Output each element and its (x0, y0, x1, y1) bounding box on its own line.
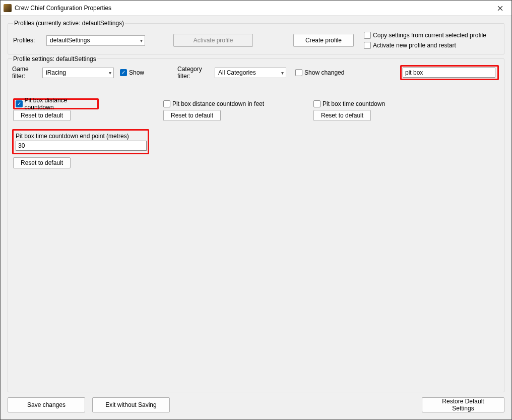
setting-pit-box-time-countdown-end-point: Pit box time countdown end point (metres… (12, 129, 162, 176)
restore-defaults-button[interactable]: Restore Default Settings (422, 397, 504, 412)
footer-bar: Save changes Exit without Saving Restore… (8, 392, 504, 412)
content-area: Profiles (currently active: defaultSetti… (1, 16, 511, 419)
pit-box-distance-countdown-checkbox[interactable]: ✓ Pit box distance countdown (16, 97, 95, 111)
category-filter-select[interactable]: All Categories ▾ (215, 68, 286, 78)
setting-label: Pit box distance countdown in feet (172, 100, 264, 107)
checkbox-box: ✓ (16, 100, 23, 107)
checkbox-box (295, 69, 302, 76)
settings-group: Profile settings: defaultSettings Game f… (8, 58, 504, 392)
show-changed-label: Show changed (304, 69, 344, 76)
chevron-down-icon: ▾ (281, 70, 284, 76)
game-filter-value: iRacing (46, 69, 66, 76)
activate-restart-label: Activate new profile and restart (373, 42, 456, 49)
category-filter-value: All Categories (218, 69, 256, 76)
setting-label: Pit box distance countdown (25, 97, 95, 111)
show-checkbox[interactable]: ✓ Show (120, 69, 144, 76)
checkbox-box (364, 32, 371, 39)
profiles-label: Profiles: (13, 37, 37, 44)
setting-label: Pit box time countdown (323, 100, 385, 107)
activate-restart-checkbox[interactable]: Activate new profile and restart (364, 42, 486, 49)
game-filter-select[interactable]: iRacing ▾ (42, 68, 114, 78)
pit-box-time-countdown-checkbox[interactable]: Pit box time countdown (313, 100, 385, 107)
profiles-select-value: defaultSettings (50, 37, 90, 44)
activate-profile-button[interactable]: Activate profile (173, 34, 253, 47)
checkbox-box (364, 42, 371, 49)
checkbox-box (313, 100, 321, 107)
setting-pit-box-time-countdown: Pit box time countdown Reset to default (312, 98, 463, 129)
exit-without-saving-button[interactable]: Exit without Saving (92, 397, 170, 412)
settings-legend: Profile settings: defaultSettings (12, 55, 97, 63)
close-icon (497, 6, 503, 11)
show-label: Show (129, 69, 144, 76)
create-profile-button[interactable]: Create profile (293, 34, 354, 47)
reset-button[interactable]: Reset to default (313, 110, 371, 121)
save-changes-button[interactable]: Save changes (8, 397, 85, 412)
chevron-down-icon: ▾ (140, 38, 143, 43)
reset-button[interactable]: Reset to default (163, 110, 221, 121)
settings-grid: ✓ Pit box distance countdown Reset to de… (12, 98, 500, 176)
setting-label: Pit box time countdown end point (metres… (16, 133, 146, 140)
filters-row: Game filter: iRacing ▾ ✓ Show Category f… (12, 66, 500, 79)
search-input[interactable] (403, 68, 495, 78)
titlebar: Crew Chief Configuration Properties (1, 1, 511, 16)
close-button[interactable] (488, 1, 511, 16)
checkbox-box (163, 100, 170, 107)
copy-settings-checkbox[interactable]: Copy settings from current selected prof… (364, 32, 486, 39)
game-filter-label: Game filter: (12, 66, 42, 80)
profiles-legend: Profiles (currently active: defaultSetti… (13, 20, 125, 27)
profiles-group: Profiles (currently active: defaultSetti… (8, 20, 504, 54)
setting-pit-box-distance-countdown: ✓ Pit box distance countdown Reset to de… (12, 98, 162, 129)
profiles-select[interactable]: defaultSettings ▾ (46, 35, 145, 46)
chevron-down-icon: ▾ (109, 70, 111, 76)
window-title: Crew Chief Configuration Properties (15, 5, 111, 12)
checkbox-box: ✓ (120, 69, 127, 76)
pit-box-endpoint-input[interactable] (16, 141, 147, 151)
show-changed-checkbox[interactable]: Show changed (295, 69, 344, 76)
copy-settings-label: Copy settings from current selected prof… (373, 32, 486, 39)
setting-pit-box-distance-countdown-feet: Pit box distance countdown in feet Reset… (162, 98, 312, 129)
app-icon (4, 4, 12, 12)
category-filter-label: Category filter: (177, 66, 215, 80)
reset-button[interactable]: Reset to default (13, 110, 71, 121)
reset-button[interactable]: Reset to default (13, 157, 71, 168)
pit-box-distance-countdown-feet-checkbox[interactable]: Pit box distance countdown in feet (163, 100, 264, 107)
